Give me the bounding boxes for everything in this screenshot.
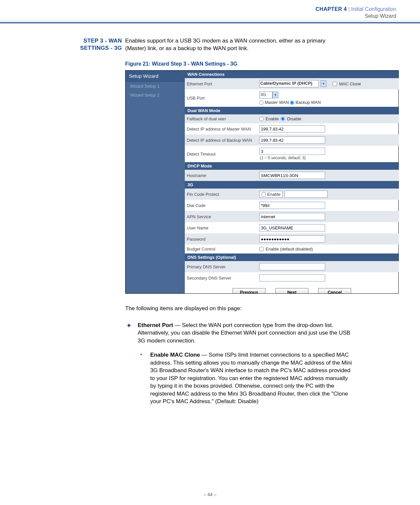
dial-input[interactable] [259, 202, 325, 209]
previous-button[interactable]: Previous [233, 288, 266, 293]
user-label: User Name [187, 225, 259, 230]
dhcp-header: DHCP Mode [185, 162, 399, 170]
primary-dns-row: Primary DNS Server [185, 261, 399, 272]
figure-caption: Figure 21: Wizard Step 3 - WAN Settings … [125, 61, 237, 67]
disable-label: Disable [287, 116, 301, 121]
hostname-row: Hostname [185, 170, 399, 181]
dial-row: Dial Code [185, 200, 399, 211]
budget-hint: Enable (default:disabled) [266, 247, 313, 252]
fallback-disable-radio[interactable] [281, 117, 285, 121]
apn-input[interactable] [259, 213, 325, 220]
secondary-dns-input[interactable] [259, 274, 325, 282]
chevron-down-icon[interactable]: ▼ [272, 92, 278, 98]
pin-enable-checkbox[interactable] [262, 192, 266, 196]
detect-backup-row: Detect IP address of Backup WAN [185, 134, 399, 146]
fallback-row: Fallback of dual wan Enable Disable [185, 114, 399, 123]
chevron-down-icon[interactable]: ▼ [321, 80, 326, 87]
dns-header: DNS Settings (Optional) [185, 253, 399, 261]
next-button[interactable]: Next [275, 288, 308, 293]
master-wan-radio[interactable] [259, 101, 264, 105]
mac-clone-checkbox[interactable] [333, 82, 337, 86]
detect-timeout-input[interactable] [259, 148, 325, 155]
step-heading-line1: STEP 3 - WAN [83, 38, 122, 44]
master-wan-label: Master WAN [265, 100, 289, 105]
wizard-screenshot: Setup Wizard Wizard Setup 1 Wizard Setup… [125, 70, 399, 294]
detect-timeout-hint: (1 ~ 5 seconds, default: 3) [260, 156, 306, 160]
budget-label: Budget Control [187, 247, 259, 252]
secondary-dns-row: Secondary DNS Server [185, 272, 399, 283]
step-heading: STEP 3 - WAN SETTINGS - 3G [64, 37, 122, 52]
g3-header: 3G [185, 181, 399, 189]
bullet-mac-clone-text: — Some ISPs limit Internet connections t… [150, 352, 352, 404]
apn-row: APN Service [185, 211, 399, 222]
apn-label: APN Service [187, 214, 259, 219]
header-rule-thick [0, 22, 420, 23]
detect-backup-input[interactable] [259, 136, 325, 144]
mac-clone-label: MAC Clone [339, 81, 361, 86]
page-header: CHAPTER 4 | Initial Configuration Setup … [0, 0, 420, 20]
detect-master-row: Detect IP address of Master WAN [185, 123, 399, 134]
page-number: – 44 – [0, 492, 420, 497]
wizard-main: WAN Connections Ethernet Port Cable/Dyna… [185, 71, 399, 293]
budget-row: Budget Control Enable (default:disabled) [185, 245, 399, 253]
intro-paragraph: Enables support for a USB 3G modem as a … [125, 37, 346, 52]
bullet-mac-clone: Enable MAC Clone — Some ISPs limit Inter… [125, 351, 352, 405]
wizard-sidebar-item-1[interactable]: Wizard Setup 1 [126, 82, 185, 91]
detect-timeout-row: Detect Timeout (1 ~ 5 seconds, default: … [185, 146, 399, 162]
pass-row: Password [185, 233, 399, 245]
dial-label: Dial Code [187, 203, 259, 208]
step-heading-line2: SETTINGS - 3G [80, 45, 122, 51]
bullet-ethernet-title: Ethernet Port [138, 322, 173, 328]
detect-backup-label: Detect IP address of Backup WAN [187, 138, 259, 143]
secondary-dns-label: Secondary DNS Server [187, 276, 259, 281]
primary-dns-label: Primary DNS Server [187, 264, 259, 269]
backup-wan-radio[interactable] [290, 101, 294, 105]
bullet-mac-clone-title: Enable MAC Clone [150, 352, 200, 358]
header-title: Initial Configuration [351, 6, 396, 12]
pipe: | [348, 6, 350, 12]
post-paragraph: The following items are displayed on thi… [125, 305, 349, 312]
usb-port-label: USB Port [187, 96, 259, 101]
detect-master-input[interactable] [259, 125, 325, 133]
wizard-sidebar-item-2[interactable]: Wizard Setup 2 [126, 91, 185, 100]
header-subtitle: Setup Wizard [365, 13, 396, 19]
cancel-button[interactable]: Cancel [318, 288, 351, 293]
hostname-label: Hostname [187, 173, 259, 178]
fallback-enable-radio[interactable] [259, 117, 264, 121]
pass-input[interactable] [259, 235, 325, 243]
bullet-ethernet: Ethernet Port — Select the WAN port conn… [125, 321, 352, 344]
header-rule-thin [0, 21, 420, 21]
user-input[interactable] [259, 224, 325, 231]
pass-label: Password [187, 237, 259, 242]
wizard-sidebar-title: Setup Wizard [126, 71, 185, 82]
hostname-input[interactable] [259, 172, 325, 179]
pin-row: Pin Code Protect Enable [185, 189, 399, 200]
detect-timeout-label: Detect Timeout [187, 152, 259, 157]
user-row: User Name [185, 222, 399, 233]
wizard-buttons: Previous Next Cancel [185, 283, 399, 293]
pin-input[interactable] [285, 191, 327, 198]
dual-wan-header: Dual WAN Mode [185, 107, 399, 114]
pin-label: Pin Code Protect [187, 192, 259, 197]
bullet-list: Ethernet Port — Select the WAN port conn… [125, 317, 352, 405]
primary-dns-input[interactable] [259, 263, 325, 270]
wizard-sidebar: Setup Wizard Wizard Setup 1 Wizard Setup… [126, 71, 185, 293]
pin-enable-label: Enable [267, 192, 280, 197]
ethernet-port-row: Ethernet Port Cable/Dynamic IP (DHCP)▼ M… [185, 78, 399, 89]
fallback-label: Fallback of dual wan [187, 116, 259, 121]
ethernet-port-label: Ethernet Port [187, 81, 259, 86]
chapter-label: CHAPTER 4 [316, 6, 347, 12]
backup-wan-label: Backup WAN [295, 100, 321, 105]
detect-master-label: Detect IP address of Master WAN [187, 127, 259, 132]
wan-connections-header: WAN Connections [185, 71, 399, 78]
budget-enable-checkbox[interactable] [259, 247, 264, 251]
usb-port-select[interactable]: 3G [259, 91, 272, 99]
usb-port-row: USB Port 3G▼ Master WAN Backup WAN [185, 89, 399, 107]
ethernet-port-select[interactable]: Cable/Dynamic IP (DHCP) [259, 80, 319, 87]
enable-label: Enable [266, 116, 279, 121]
